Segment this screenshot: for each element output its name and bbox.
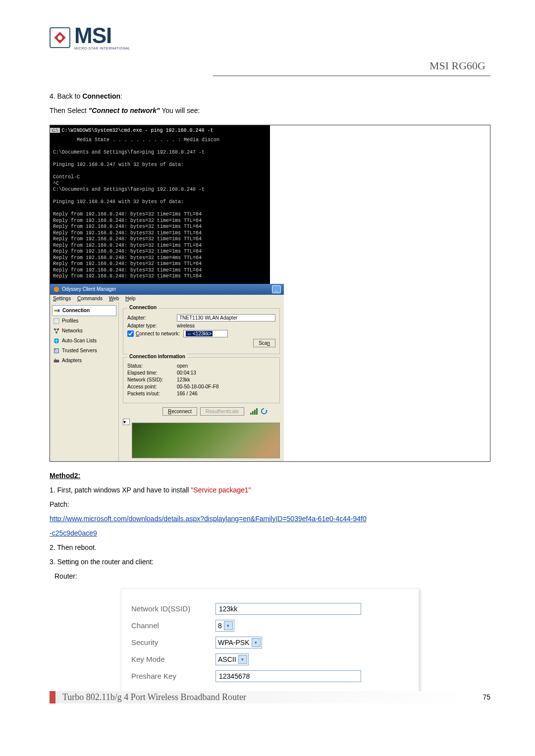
page-footer: Turbo 802.11b/g 4 Port Wireless Broadban… <box>50 691 490 703</box>
chevron-down-icon: ▾ <box>224 621 233 630</box>
adapter-label: Adapter: <box>127 315 177 321</box>
channel-select[interactable]: 8▾ <box>215 620 234 632</box>
globe-icon <box>53 337 60 344</box>
elapsed-value: 00:04:13 <box>177 370 196 376</box>
router-heading: Router: <box>54 571 490 582</box>
networks-icon <box>53 327 60 334</box>
menu-settings[interactable]: Settings <box>53 296 71 301</box>
adapter-value[interactable]: TNET1130 WLAN Adapter <box>177 314 275 322</box>
chevron-down-icon: ▾ <box>252 638 261 647</box>
method2-step2: 2. Then reboot. <box>50 542 490 553</box>
packets-label: Packets in/out: <box>127 391 177 396</box>
step-colon: : <box>120 92 122 100</box>
arrows-icon: ↔ <box>187 331 192 336</box>
button-row: Reconnect Reauthenticate <box>123 407 280 416</box>
step-bold: Connection <box>82 92 120 100</box>
nav-autoscan[interactable]: Auto-Scan Lists <box>52 336 116 346</box>
channel-value: 8 <box>218 622 222 630</box>
reconnect-button[interactable]: Reconnect <box>162 407 197 416</box>
cmd-titlebar: C:\ C:\WINDOWS\System32\cmd.exe - ping 1… <box>50 125 270 135</box>
group-title: Connection information <box>127 354 187 359</box>
logo-icon <box>50 27 70 48</box>
channel-label: Channel <box>131 621 215 630</box>
page-header: MSI MICRO-STAR INTERNATIONAL MSI RG60G <box>50 25 490 72</box>
adapter-type-label: Adapter type: <box>127 323 177 328</box>
svg-rect-13 <box>55 358 56 360</box>
app-icon <box>53 286 60 293</box>
connection-group: Connection Adapter:TNET1130 WLAN Adapter… <box>123 308 280 354</box>
nav-networks[interactable]: Networks <box>52 326 116 336</box>
msi-logo: MSI MICRO-STAR INTERNATIONAL <box>50 25 130 50</box>
keymode-select[interactable]: ASCII▾ <box>215 653 249 665</box>
keymode-value: ASCII <box>218 655 236 663</box>
cmd-title: C:\WINDOWS\System32\cmd.exe - ping 192.1… <box>62 128 214 133</box>
nav-label: Trusted Servers <box>62 348 97 353</box>
connect-checkbox[interactable] <box>127 330 134 337</box>
step-tail: You will see: <box>160 107 200 114</box>
nav-label: Profiles <box>62 318 78 324</box>
footer-photo <box>132 423 280 458</box>
nav-profiles[interactable]: Profiles <box>52 316 116 326</box>
svg-rect-4 <box>58 309 60 312</box>
server-icon <box>53 347 60 354</box>
patch-link-line1[interactable]: http://www.microsoft.com/downloads/detai… <box>50 515 367 523</box>
ap-value: 00-50-18-00-0F-F8 <box>177 384 218 389</box>
step4-line2: Then Select "Connect to network" You wil… <box>50 106 490 116</box>
packets-value: 166 / 246 <box>177 391 198 396</box>
ssid-label: Network (SSID): <box>127 377 177 382</box>
conninfo-group: Connection information Status:open Elaps… <box>123 357 280 403</box>
psk-input[interactable] <box>215 670 361 682</box>
svg-rect-5 <box>54 318 59 324</box>
odyssey-window: Odyssey Client Manager _ Settings Comman… <box>50 284 284 461</box>
step-text: Back to <box>55 92 82 100</box>
menu-web[interactable]: Web <box>109 296 119 301</box>
group-title: Connection <box>127 305 159 310</box>
method2-step3: 3. Setting on the router and client: <box>50 557 490 567</box>
step-then: Then Select <box>50 107 89 114</box>
svg-rect-12 <box>54 360 59 362</box>
nav-adapters[interactable]: Adapters <box>52 356 116 366</box>
step4-line1: 4. Back to Connection: <box>50 91 490 102</box>
minimize-icon[interactable]: _ <box>272 285 281 293</box>
network-select[interactable]: ↔<123kk> <box>183 330 228 337</box>
status-value: open <box>177 363 188 369</box>
plug-icon <box>54 307 60 314</box>
scan-button[interactable]: Scan <box>253 339 275 347</box>
psk-label: Preshare Key <box>131 672 215 680</box>
profiles-icon <box>53 318 60 324</box>
connect-network-label: Connect to network: <box>136 331 183 336</box>
step-text: 1. First, patch windows XP and have to i… <box>50 486 191 494</box>
security-select[interactable]: WPA-PSK▾ <box>215 637 262 648</box>
reauthenticate-button[interactable]: Reauthenticate <box>200 407 244 416</box>
chevron-down-icon: ▾ <box>238 655 247 664</box>
status-label: Status: <box>127 363 177 369</box>
menu-help[interactable]: Help <box>125 296 136 301</box>
step-num: 4. <box>50 92 55 100</box>
security-value: WPA-PSK <box>218 639 250 647</box>
header-rule <box>213 75 490 76</box>
dropdown-arrow[interactable]: ▾ <box>123 419 130 425</box>
keymode-label: Key Mode <box>131 655 215 663</box>
ssid-value: 123kk <box>177 377 190 382</box>
method2-step1: 1. First, patch windows XP and have to i… <box>50 485 490 495</box>
security-label: Security <box>131 638 215 647</box>
ssid-input[interactable] <box>215 603 361 615</box>
refresh-icon[interactable] <box>261 408 268 415</box>
nav-trusted[interactable]: Trusted Servers <box>52 346 116 356</box>
menu-commands[interactable]: Commands <box>77 296 103 301</box>
svg-point-11 <box>55 349 56 350</box>
odyssey-nav: Connection Profiles Networks Auto-Scan L… <box>50 302 119 461</box>
svg-rect-3 <box>54 310 58 312</box>
adapter-icon <box>53 357 60 364</box>
patch-link-line2[interactable]: -c25c9de0ace9 <box>50 529 97 537</box>
model-name: MSI RG60G <box>429 59 485 72</box>
cmd-output: Media State . . . . . . . . . . . : Medi… <box>50 135 270 284</box>
page-number: 75 <box>482 693 490 701</box>
nav-connection[interactable]: Connection <box>52 305 116 316</box>
elapsed-label: Elapsed time: <box>127 370 177 376</box>
cmd-icon: C:\ <box>50 128 60 133</box>
odyssey-menubar: Settings Commands Web Help <box>50 295 284 302</box>
nav-label: Connection <box>62 308 90 313</box>
signal-icon[interactable] <box>250 408 258 415</box>
odyssey-titlebar[interactable]: Odyssey Client Manager _ <box>50 284 284 295</box>
